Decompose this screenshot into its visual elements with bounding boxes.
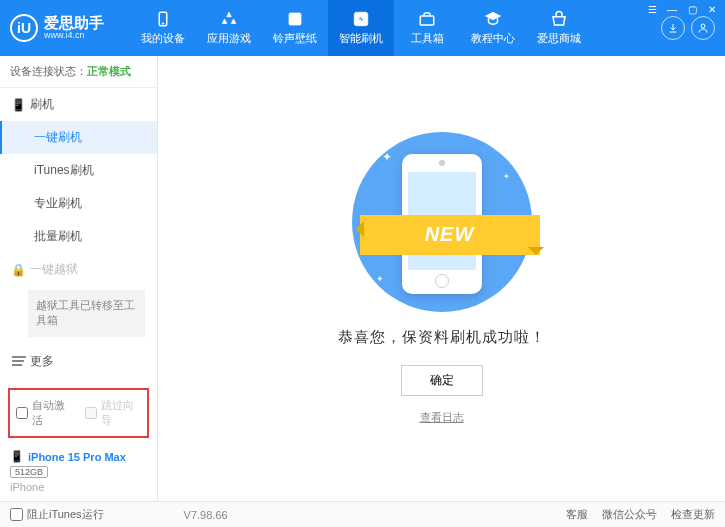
nav-my-device[interactable]: 我的设备 [130,0,196,56]
user-button[interactable] [691,16,715,40]
device-type: iPhone [10,481,147,493]
main-nav: 我的设备 应用游戏 铃声壁纸 智能刷机 工具箱 教程中心 爱思商城 [130,0,661,56]
logo-title: 爱思助手 [44,15,104,32]
maximize-icon[interactable]: ▢ [685,2,699,16]
menu-icon[interactable]: ☰ [645,2,659,16]
store-icon [550,10,568,28]
main-content: ✦ ✦ ✦ NEW 恭喜您，保资料刷机成功啦！ 确定 查看日志 [158,56,725,501]
nav-store[interactable]: 爱思商城 [526,0,592,56]
svg-rect-4 [420,16,434,25]
device-status: 设备连接状态：正常模式 [0,56,157,88]
checkbox-block-itunes[interactable]: 阻止iTunes运行 [10,507,104,522]
sidebar: 设备连接状态：正常模式 📱 刷机 一键刷机 iTunes刷机 专业刷机 批量刷机… [0,56,158,501]
toolbox-icon [418,10,436,28]
device-info: 📱 iPhone 15 Pro Max 512GB iPhone [0,444,157,501]
nav-apps-games[interactable]: 应用游戏 [196,0,262,56]
svg-point-1 [162,23,164,25]
download-button[interactable] [661,16,685,40]
nav-tutorials[interactable]: 教程中心 [460,0,526,56]
sidebar-group-flash[interactable]: 📱 刷机 [0,88,157,121]
footer-check-update[interactable]: 检查更新 [671,507,715,522]
phone-icon: 📱 [12,98,24,112]
tutorial-icon [484,10,502,28]
app-header: iU 爱思助手 www.i4.cn 我的设备 应用游戏 铃声壁纸 智能刷机 工具… [0,0,725,56]
flash-icon [352,10,370,28]
logo-subtitle: www.i4.cn [44,31,104,41]
sidebar-item-one-key-flash[interactable]: 一键刷机 [0,121,157,154]
device-storage: 512GB [10,466,48,478]
sidebar-group-jailbreak: 🔒 一键越狱 [0,253,157,286]
view-log-link[interactable]: 查看日志 [420,410,464,425]
device-name[interactable]: 📱 iPhone 15 Pro Max [10,450,147,463]
minimize-icon[interactable]: — [665,2,679,16]
footer: 阻止iTunes运行 V7.98.66 客服 微信公众号 检查更新 [0,501,725,527]
success-illustration: ✦ ✦ ✦ NEW [352,132,532,312]
svg-point-5 [701,24,705,28]
nav-toolbox[interactable]: 工具箱 [394,0,460,56]
device-icon [154,10,172,28]
apps-icon [220,10,238,28]
list-icon [12,360,24,362]
ok-button[interactable]: 确定 [401,365,483,396]
success-message: 恭喜您，保资料刷机成功啦！ [338,328,546,347]
sidebar-item-itunes-flash[interactable]: iTunes刷机 [0,154,157,187]
sidebar-item-batch-flash[interactable]: 批量刷机 [0,220,157,253]
jailbreak-note: 越狱工具已转移至工具箱 [28,290,145,337]
sidebar-group-more[interactable]: 更多 [0,345,157,378]
sidebar-item-pro-flash[interactable]: 专业刷机 [0,187,157,220]
phone-small-icon: 📱 [10,450,24,463]
logo-icon: iU [10,14,38,42]
options-highlight-box: 自动激活 跳过向导 [8,388,149,438]
nav-ringtones[interactable]: 铃声壁纸 [262,0,328,56]
svg-rect-2 [289,13,301,25]
checkbox-skip-guide[interactable]: 跳过向导 [85,398,142,428]
new-ribbon: NEW [360,215,540,255]
app-logo: iU 爱思助手 www.i4.cn [10,14,130,42]
sidebar-item-other-tools[interactable]: 其他工具 [0,378,157,382]
footer-wechat[interactable]: 微信公众号 [602,507,657,522]
version-label: V7.98.66 [184,509,228,521]
lock-icon: 🔒 [12,263,24,277]
checkbox-auto-activate[interactable]: 自动激活 [16,398,73,428]
nav-smart-flash[interactable]: 智能刷机 [328,0,394,56]
footer-support[interactable]: 客服 [566,507,588,522]
wallpaper-icon [286,10,304,28]
close-icon[interactable]: ✕ [705,2,719,16]
